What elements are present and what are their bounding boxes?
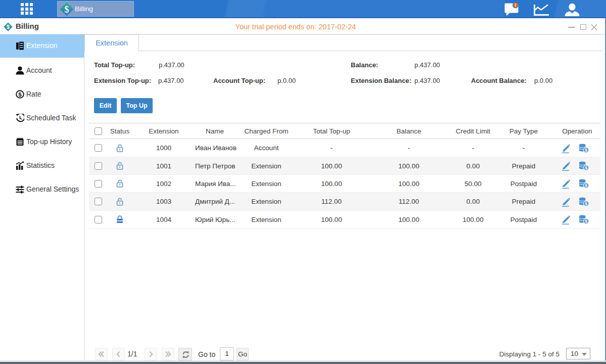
svg-text:$: $ [18, 92, 22, 98]
svg-text:!: ! [515, 3, 517, 8]
svg-text:$: $ [585, 183, 587, 188]
svg-text:$: $ [585, 165, 587, 170]
svg-text:$: $ [65, 5, 69, 15]
svg-text:$: $ [585, 201, 587, 206]
svg-text:$: $ [585, 148, 587, 153]
svg-text:$: $ [585, 219, 587, 224]
